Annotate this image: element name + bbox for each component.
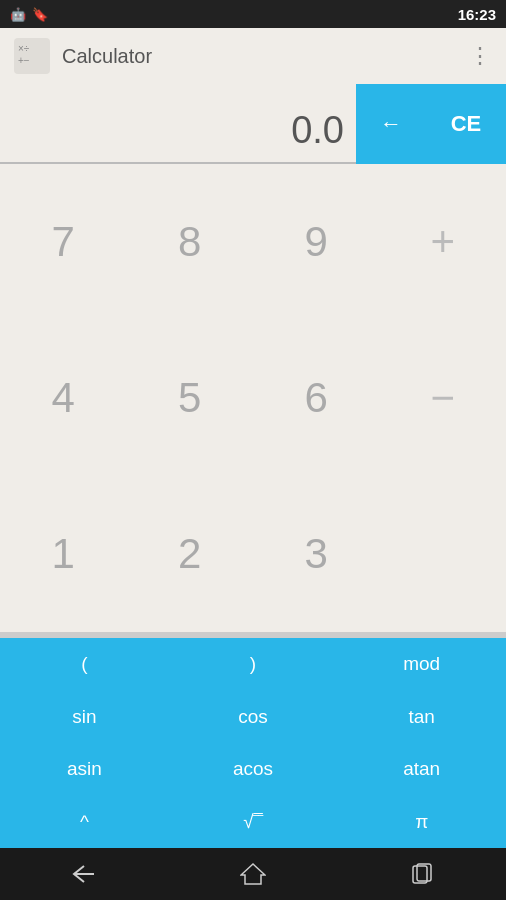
btn-sin[interactable]: sin — [0, 691, 169, 744]
svg-marker-4 — [241, 864, 265, 884]
btn-tan[interactable]: tan — [337, 691, 506, 744]
battery-saver-icon: 🔖 — [32, 7, 48, 22]
display-value: 0.0 — [0, 84, 356, 164]
nav-home-button[interactable] — [228, 856, 278, 892]
btn-5[interactable]: 5 — [127, 320, 254, 476]
app-bar: ×÷ +− Calculator ⋮ — [0, 28, 506, 84]
btn-cos[interactable]: cos — [169, 691, 338, 744]
status-icons: 🤖 🔖 — [10, 7, 48, 22]
app-title: Calculator — [62, 45, 469, 68]
ce-button[interactable]: CE — [426, 84, 506, 164]
btn-minus[interactable]: − — [380, 320, 507, 476]
svg-text:×÷: ×÷ — [18, 43, 30, 54]
nav-bar — [0, 848, 506, 900]
btn-7[interactable]: 7 — [0, 164, 127, 320]
btn-3[interactable]: 3 — [253, 476, 380, 632]
status-time: 16:23 — [458, 6, 496, 23]
home-icon — [240, 861, 266, 887]
nav-back-button[interactable] — [59, 856, 109, 892]
numpad-row-3: 1 2 3 — [0, 476, 506, 632]
btn-9[interactable]: 9 — [253, 164, 380, 320]
btn-plus[interactable]: + — [380, 164, 507, 320]
backspace-button[interactable]: ← — [356, 84, 426, 164]
svg-text:+−: +− — [18, 55, 30, 66]
android-icon: 🤖 — [10, 7, 26, 22]
recents-icon — [410, 862, 434, 886]
nav-recents-button[interactable] — [397, 856, 447, 892]
scientific-panel: ( ) mod sin cos tan asin acos atan ^ √‾‾… — [0, 638, 506, 848]
btn-mod[interactable]: mod — [337, 638, 506, 691]
overflow-menu-icon[interactable]: ⋮ — [469, 43, 492, 69]
btn-open-paren[interactable]: ( — [0, 638, 169, 691]
calculator-app-icon: ×÷ +− — [14, 38, 50, 74]
btn-8[interactable]: 8 — [127, 164, 254, 320]
btn-pi[interactable]: π — [337, 796, 506, 849]
btn-close-paren[interactable]: ) — [169, 638, 338, 691]
btn-power[interactable]: ^ — [0, 796, 169, 849]
btn-atan[interactable]: atan — [337, 743, 506, 796]
sci-row-1: ( ) mod — [0, 638, 506, 691]
btn-acos[interactable]: acos — [169, 743, 338, 796]
btn-empty — [380, 476, 507, 632]
sci-row-2: sin cos tan — [0, 691, 506, 744]
btn-sqrt[interactable]: √‾‾ — [169, 796, 338, 849]
btn-2[interactable]: 2 — [127, 476, 254, 632]
display-area: 0.0 ← CE — [0, 84, 506, 164]
numpad: 7 8 9 + 4 5 6 − 1 2 3 — [0, 164, 506, 632]
status-bar: 🤖 🔖 16:23 — [0, 0, 506, 28]
btn-asin[interactable]: asin — [0, 743, 169, 796]
btn-4[interactable]: 4 — [0, 320, 127, 476]
btn-6[interactable]: 6 — [253, 320, 380, 476]
btn-1[interactable]: 1 — [0, 476, 127, 632]
sci-row-4: ^ √‾‾ π — [0, 796, 506, 849]
back-icon — [70, 862, 98, 886]
numpad-row-1: 7 8 9 + — [0, 164, 506, 320]
sci-row-3: asin acos atan — [0, 743, 506, 796]
numpad-row-2: 4 5 6 − — [0, 320, 506, 476]
